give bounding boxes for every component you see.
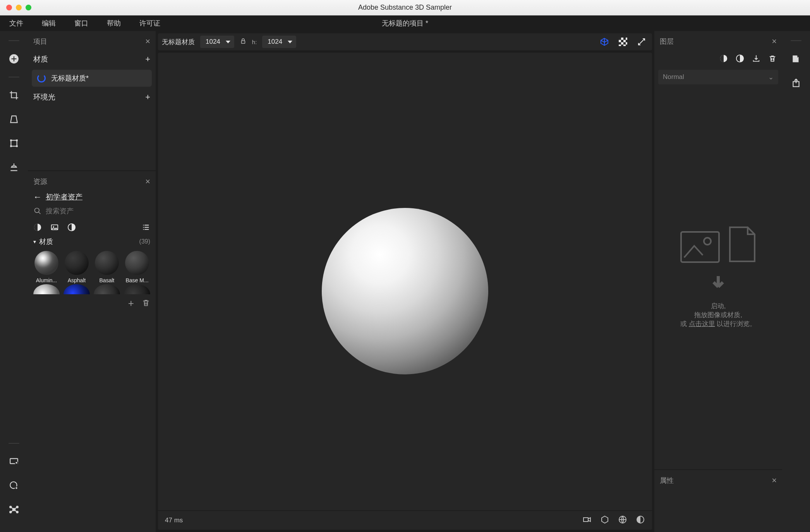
window-titlebar: Adobe Substance 3D Sampler [0,0,810,15]
hexagon-icon[interactable] [600,515,609,526]
material-list-item[interactable]: 无标题材质* [32,70,152,87]
close-icon[interactable]: × [145,177,150,187]
layers-panel-title: 图层 [660,37,674,46]
asset-thumb[interactable]: Basalt [94,251,120,283]
add-button[interactable] [8,53,20,65]
mask-gradient-icon[interactable] [736,54,744,64]
dropzone-text: 拖放图像或材质, [680,311,756,319]
import-icon[interactable] [752,54,760,64]
send-to-icon[interactable] [790,53,802,65]
view-2d-button[interactable] [616,35,630,48]
browse-link[interactable]: 点击这里 [689,320,715,328]
transform-tool-icon[interactable] [8,137,20,149]
svg-rect-3 [11,140,17,146]
svg-point-20 [53,226,54,227]
render-time-label: 47 ms [165,517,183,524]
globe-grid-icon[interactable] [618,515,627,526]
lock-aspect-icon[interactable] [240,38,247,46]
properties-panel-title: 属性 [660,476,674,485]
crop-tool-icon[interactable] [8,89,20,101]
clone-stamp-tool-icon[interactable] [8,161,20,173]
svg-rect-6 [10,145,12,147]
asset-thumb[interactable] [94,284,120,294]
svg-point-9 [15,462,18,464]
camera-icon[interactable] [582,515,592,526]
filter-image-icon[interactable] [50,223,59,232]
asset-thumb[interactable]: Asphalt [63,251,90,283]
filter-layer-icon[interactable] [67,223,76,232]
menu-edit[interactable]: 编辑 [33,19,65,28]
close-icon[interactable]: × [772,36,777,46]
material-item-label: 无标题材质* [51,74,89,83]
list-view-icon[interactable] [142,223,150,232]
back-arrow-icon[interactable]: ← [33,192,42,202]
asset-thumb[interactable]: Base M... [124,251,150,283]
svg-point-11 [15,487,18,489]
view-3d-button[interactable] [598,35,611,48]
search-assets-input[interactable] [46,207,150,215]
blend-mode-dropdown[interactable]: Normal ⌄ [658,70,778,84]
menu-window[interactable]: 窗口 [65,19,98,28]
height-dropdown[interactable]: 1024 [262,36,296,48]
asset-thumb[interactable] [33,284,60,294]
chevron-down-icon: ▾ [33,239,36,245]
rail-separator [9,77,19,77]
width-dropdown[interactable]: 1024 [200,36,234,48]
dropzone-text: 启动, [680,302,756,311]
close-icon[interactable]: × [145,36,150,46]
add-material-button[interactable]: + [145,54,150,64]
assets-category-link[interactable]: 初学者资产 [46,192,82,202]
viewport-3d[interactable]: 47 ms [158,53,652,530]
trash-icon[interactable] [768,54,777,64]
traffic-minimize[interactable] [16,5,22,10]
asset-thumb[interactable] [124,284,150,294]
search-icon [33,207,42,215]
menu-file[interactable]: 文件 [0,19,33,28]
menu-help[interactable]: 帮助 [98,19,130,28]
rail-separator [9,443,19,444]
menu-license[interactable]: 许可证 [130,19,170,28]
filter-material-icon[interactable] [33,223,42,232]
trash-icon[interactable] [142,299,150,309]
perspective-tool-icon[interactable] [8,113,20,125]
traffic-close[interactable] [6,5,12,10]
svg-point-14 [10,511,11,513]
left-tool-rail [0,31,28,532]
export-icon[interactable] [790,77,802,89]
width-value: 1024 [206,38,220,46]
chevron-down-icon [288,41,292,43]
loading-spinner-icon [37,74,46,82]
sphere-shade-icon[interactable] [636,515,645,526]
asset-thumb-label: Base M... [125,277,148,283]
assets-category-label: 材质 [39,237,53,246]
display-settings-icon[interactable] [8,455,20,468]
preview-sphere [322,208,488,374]
asset-thumb-label: Basalt [100,277,115,283]
chevron-down-icon [226,41,230,43]
fullscreen-button[interactable] [635,35,648,48]
svg-point-17 [35,208,39,213]
svg-rect-5 [16,139,17,141]
svg-rect-27 [681,232,719,262]
graph-icon[interactable] [8,503,20,516]
rail-separator [9,40,19,41]
traffic-zoom[interactable] [26,5,31,10]
environment-settings-icon[interactable] [8,479,20,492]
asset-thumb[interactable]: Alumin... [33,251,60,283]
assets-category-row[interactable]: ▾ 材质 (39) [28,237,156,249]
mask-circle-icon[interactable] [719,54,728,64]
asset-thumb-label: Asphalt [68,277,86,283]
properties-empty [654,489,782,532]
viewport-toolbar: 无标题材质 1024 h: 1024 [158,33,652,50]
close-icon[interactable]: × [772,475,777,486]
assets-panel-title: 资源 [33,177,47,186]
layers-drop-zone[interactable]: 启动, 拖放图像或材质, 或 点击这里 以进行浏览。 [654,84,782,469]
window-title: Adobe Substance 3D Sampler [0,3,810,12]
add-asset-button[interactable]: + [128,297,134,309]
add-environment-button[interactable]: + [145,92,150,102]
height-value: 1024 [268,38,282,46]
svg-point-13 [10,506,11,508]
asset-thumb[interactable] [63,284,90,294]
chevron-down-icon: ⌄ [768,73,774,81]
right-tool-rail [782,31,810,532]
